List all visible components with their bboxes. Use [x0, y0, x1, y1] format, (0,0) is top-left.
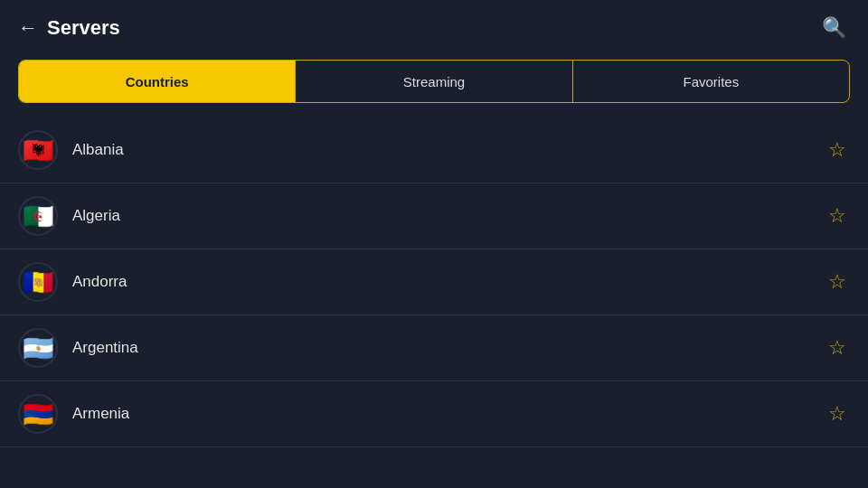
- star-icon: ☆: [828, 270, 846, 294]
- tabs-container: Countries Streaming Favorites: [18, 60, 850, 103]
- tab-streaming[interactable]: Streaming: [296, 61, 571, 102]
- star-icon: ☆: [828, 336, 846, 360]
- flag-andorra: 🇦🇩: [18, 262, 58, 302]
- header: ← Servers 🔍: [0, 0, 868, 56]
- back-button[interactable]: ←: [18, 13, 47, 43]
- country-name: Armenia: [72, 405, 825, 423]
- country-name: Algeria: [72, 207, 825, 225]
- page-title: Servers: [47, 16, 818, 40]
- flag-armenia: 🇦🇲: [18, 394, 58, 434]
- back-icon: ←: [18, 16, 38, 40]
- country-list: 🇦🇱 Albania ☆ 🇩🇿 Algeria ☆ 🇦🇩 Andorra ☆ 🇦…: [0, 117, 868, 447]
- search-icon: 🔍: [822, 16, 846, 39]
- flag-albania: 🇦🇱: [18, 130, 58, 170]
- list-item[interactable]: 🇦🇷 Argentina ☆: [0, 315, 868, 381]
- favorite-button-argentina[interactable]: ☆: [825, 333, 850, 363]
- country-name: Andorra: [72, 273, 825, 291]
- list-item[interactable]: 🇩🇿 Algeria ☆: [0, 183, 868, 249]
- star-icon: ☆: [828, 402, 846, 426]
- list-item[interactable]: 🇦🇩 Andorra ☆: [0, 249, 868, 315]
- search-button[interactable]: 🔍: [818, 13, 850, 43]
- list-item[interactable]: 🇦🇲 Armenia ☆: [0, 381, 868, 447]
- favorite-button-algeria[interactable]: ☆: [825, 201, 850, 231]
- favorite-button-andorra[interactable]: ☆: [825, 267, 850, 297]
- favorite-button-armenia[interactable]: ☆: [825, 399, 850, 429]
- star-icon: ☆: [828, 204, 846, 228]
- country-name: Argentina: [72, 339, 825, 357]
- favorite-button-albania[interactable]: ☆: [825, 135, 850, 165]
- star-icon: ☆: [828, 138, 846, 162]
- country-name: Albania: [72, 141, 825, 159]
- flag-algeria: 🇩🇿: [18, 196, 58, 236]
- tab-favorites[interactable]: Favorites: [573, 61, 849, 102]
- flag-argentina: 🇦🇷: [18, 328, 58, 368]
- list-item[interactable]: 🇦🇱 Albania ☆: [0, 117, 868, 183]
- tab-countries[interactable]: Countries: [19, 61, 295, 102]
